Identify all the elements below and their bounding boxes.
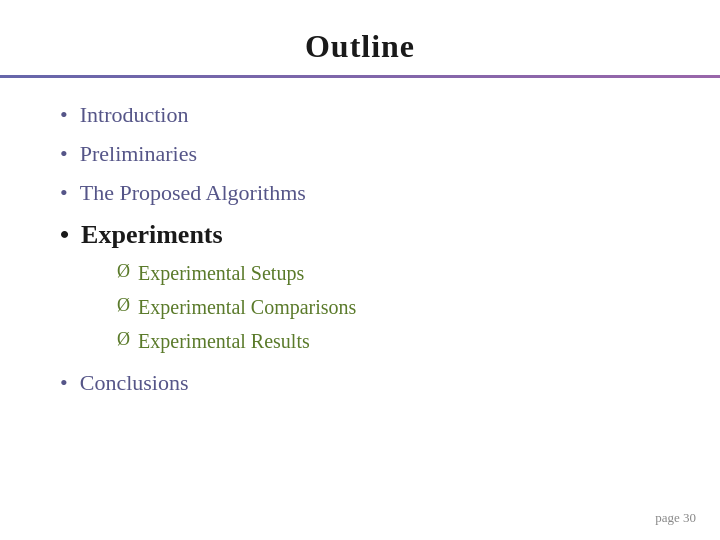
sub-item-setups: Ø Experimental Setups <box>117 258 356 288</box>
bullet-proposed: • <box>60 176 68 209</box>
page-number: page 30 <box>655 510 696 526</box>
list-item-prelim: • Preliminaries <box>60 137 660 170</box>
label-intro: Introduction <box>80 98 189 131</box>
list-item-proposed: • The Proposed Algorithms <box>60 176 660 209</box>
sub-label-setups: Experimental Setups <box>138 258 304 288</box>
sub-arrow-setups: Ø <box>117 258 130 285</box>
list-item-conclusions: • Conclusions <box>60 366 660 399</box>
label-proposed: The Proposed Algorithms <box>80 176 306 209</box>
sub-label-results: Experimental Results <box>138 326 310 356</box>
bullet-conclusions: • <box>60 366 68 399</box>
bullet-experiments: • <box>60 215 69 254</box>
experiments-block: Experiments Ø Experimental Setups Ø Expe… <box>81 215 356 360</box>
bullet-intro: • <box>60 98 68 131</box>
list-item-intro: • Introduction <box>60 98 660 131</box>
label-conclusions: Conclusions <box>80 366 189 399</box>
slide-title: Outline <box>40 28 680 65</box>
bullet-prelim: • <box>60 137 68 170</box>
sub-item-results: Ø Experimental Results <box>117 326 356 356</box>
sub-item-comparisons: Ø Experimental Comparisons <box>117 292 356 322</box>
sub-arrow-results: Ø <box>117 326 130 353</box>
sub-label-comparisons: Experimental Comparisons <box>138 292 356 322</box>
slide-header: Outline <box>0 0 720 75</box>
label-experiments: Experiments <box>81 220 223 249</box>
outline-list: • Introduction • Preliminaries • The Pro… <box>60 98 660 399</box>
slide: Outline • Introduction • Preliminaries •… <box>0 0 720 540</box>
label-prelim: Preliminaries <box>80 137 197 170</box>
list-item-experiments: • Experiments Ø Experimental Setups Ø Ex… <box>60 215 660 360</box>
slide-content: • Introduction • Preliminaries • The Pro… <box>0 78 720 425</box>
sub-list-experiments: Ø Experimental Setups Ø Experimental Com… <box>117 258 356 356</box>
sub-arrow-comparisons: Ø <box>117 292 130 319</box>
